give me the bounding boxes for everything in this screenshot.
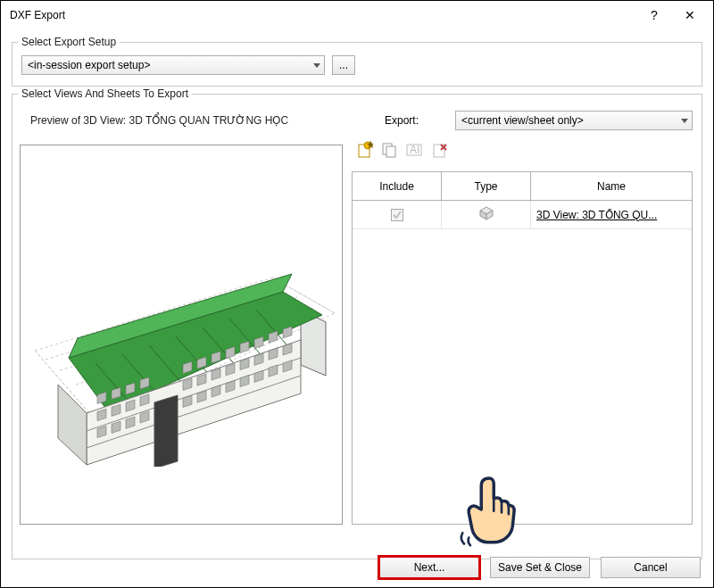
close-button[interactable]: ✕ bbox=[672, 2, 708, 29]
cancel-button[interactable]: Cancel bbox=[601, 557, 701, 578]
duplicate-icon[interactable] bbox=[380, 141, 398, 159]
export-scope-dropdown[interactable]: <current view/sheet only> bbox=[455, 111, 693, 130]
export-scope-value: <current view/sheet only> bbox=[461, 114, 584, 127]
include-cell[interactable] bbox=[353, 201, 442, 229]
cube-3d-icon bbox=[478, 205, 494, 224]
svg-marker-56 bbox=[154, 395, 178, 467]
chevron-down-icon bbox=[681, 114, 688, 127]
window-title: DXF Export bbox=[10, 9, 636, 21]
export-setup-dropdown[interactable]: <in-session export setup> bbox=[21, 55, 325, 75]
help-button[interactable]: ? bbox=[636, 2, 672, 29]
svg-text:AI: AI bbox=[410, 144, 419, 156]
export-label: Export: bbox=[366, 114, 437, 127]
export-setup-group: Select Export Setup <in-session export s… bbox=[12, 42, 702, 87]
next-button[interactable]: Next... bbox=[379, 557, 479, 578]
delete-icon[interactable] bbox=[430, 141, 448, 159]
preview-label: Preview of 3D View: 3D TỔNG QUAN TRƯỜNG … bbox=[21, 114, 348, 127]
browse-setup-button[interactable]: ... bbox=[332, 55, 355, 75]
col-include-header[interactable]: Include bbox=[353, 172, 442, 201]
include-checkbox[interactable] bbox=[391, 209, 403, 221]
preview-pane bbox=[20, 145, 343, 525]
dxf-export-dialog: DXF Export ? ✕ Select Export Setup <in-s… bbox=[0, 0, 714, 588]
col-name-header[interactable]: Name bbox=[531, 172, 692, 201]
dialog-buttons: Next... Save Set & Close Cancel bbox=[379, 557, 701, 578]
new-set-icon[interactable]: ★ bbox=[355, 141, 373, 159]
building-preview bbox=[33, 270, 336, 467]
type-cell bbox=[442, 201, 531, 229]
ellipsis-icon: ... bbox=[339, 59, 348, 71]
svg-rect-61 bbox=[386, 146, 395, 157]
export-setup-value: <in-session export setup> bbox=[28, 59, 150, 71]
chevron-down-icon bbox=[313, 59, 320, 71]
views-sheets-legend: Select Views And Sheets To Export bbox=[18, 87, 192, 100]
pointing-hand-icon bbox=[458, 465, 520, 554]
rename-icon[interactable]: AI bbox=[405, 141, 423, 159]
titlebar: DXF Export ? ✕ bbox=[1, 1, 713, 29]
views-grid: Include Type Name bbox=[352, 171, 693, 525]
name-cell[interactable]: 3D View: 3D TỔNG QU... bbox=[531, 201, 692, 229]
export-setup-legend: Select Export Setup bbox=[18, 36, 120, 48]
views-sheets-group: Select Views And Sheets To Export Previe… bbox=[12, 94, 702, 559]
set-toolbar: ★ AI bbox=[352, 139, 693, 161]
svg-marker-17 bbox=[58, 385, 87, 465]
table-row[interactable]: 3D View: 3D TỔNG QU... bbox=[353, 201, 692, 229]
svg-text:★: ★ bbox=[366, 141, 374, 151]
view-name-link[interactable]: 3D View: 3D TỔNG QU... bbox=[531, 209, 662, 221]
col-type-header[interactable]: Type bbox=[442, 172, 531, 201]
save-set-close-button[interactable]: Save Set & Close bbox=[490, 557, 590, 578]
